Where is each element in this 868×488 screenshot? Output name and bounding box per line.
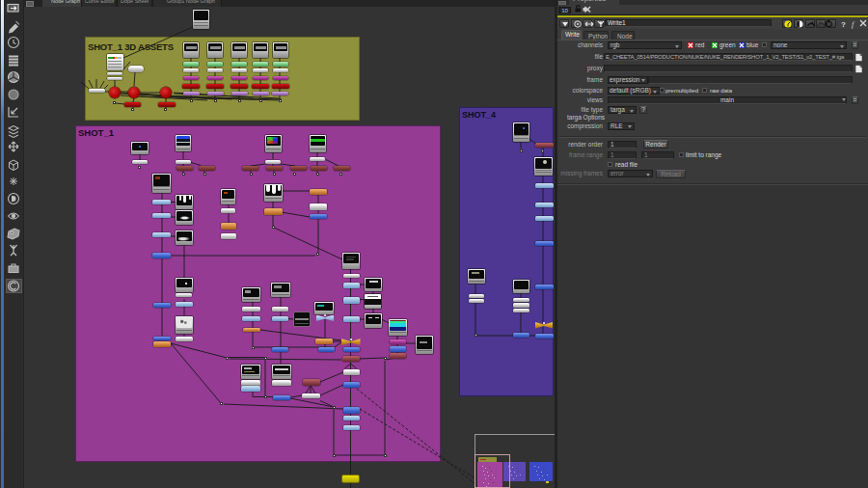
svg-text:?: ? (841, 20, 846, 29)
svg-text:f: f (852, 20, 855, 29)
